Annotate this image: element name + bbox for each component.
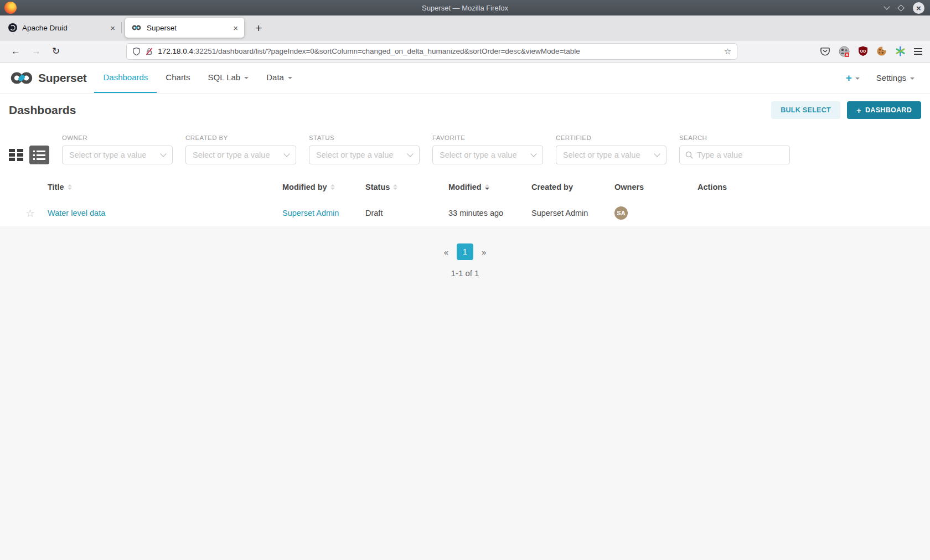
chevron-down-icon [288,77,292,79]
url-bar[interactable]: 172.18.0.4:32251/dashboard/list/?pageInd… [126,43,737,60]
window-controls: × [885,0,924,15]
row-modified-by-cell: Superset Admin [282,209,365,217]
owner-select[interactable]: Select or type a value [62,146,173,164]
column-header-created-by: Created by [531,183,614,191]
nav-item-charts[interactable]: Charts [157,63,199,93]
settings-menu[interactable]: Settings [876,73,914,82]
owner-avatar[interactable]: SA [614,206,628,220]
sort-icon [68,184,72,190]
main-nav: Dashboards Charts SQL Lab Data [94,63,301,93]
pocket-icon[interactable] [820,46,830,56]
brand-name: Superset [38,71,86,85]
column-header-modified[interactable]: Modified [448,183,531,191]
search-input[interactable] [697,151,800,159]
favorite-select[interactable]: Select or type a value [432,146,543,164]
sort-icon [393,184,397,190]
superset-brand[interactable]: Superset [9,63,86,93]
url-path: :32251/dashboard/list/?pageIndex=0&sortC… [193,47,580,55]
plus-icon: + [846,72,852,84]
chevron-down-icon [283,151,290,157]
filter-search: SEARCH [679,134,790,164]
column-header-modified-by[interactable]: Modified by [282,183,365,191]
new-dashboard-button[interactable]: + DASHBOARD [847,101,921,119]
ublock-origin-icon[interactable]: UO [858,46,868,56]
nav-item-dashboards[interactable]: Dashboards [94,63,157,93]
column-label: Created by [531,183,573,191]
menu-hamburger-icon[interactable] [914,48,922,55]
window-title: Superset — Mozilla Firefox [0,4,930,12]
tab-strip: Apache Druid × Superset × + [0,15,930,40]
table-row: ☆ Water level data Superset Admin Draft … [0,200,930,226]
extension-blocked-icon[interactable] [839,46,850,57]
filter-label: SEARCH [679,134,790,141]
filter-owner: OWNER Select or type a value [62,134,173,164]
column-label: Status [365,183,390,191]
column-header-status[interactable]: Status [365,183,448,191]
reload-icon[interactable]: ↻ [52,46,60,56]
column-header-owners: Owners [614,183,698,191]
close-tab-icon[interactable]: × [233,24,238,32]
new-tab-icon[interactable]: + [255,22,262,34]
page-title: Dashboards [9,103,76,117]
select-placeholder: Select or type a value [193,151,281,159]
page-header: Dashboards BULK SELECT + DASHBOARD [0,94,930,127]
maximize-window-icon[interactable] [897,4,905,12]
column-label: Title [48,183,64,191]
status-select[interactable]: Select or type a value [309,146,420,164]
nav-item-sql-lab[interactable]: SQL Lab [199,63,258,93]
chevron-down-icon [910,77,914,80]
chevron-down-icon [407,151,413,157]
back-icon[interactable]: ← [11,46,20,56]
favorite-star-icon[interactable]: ☆ [25,208,35,219]
nav-item-data[interactable]: Data [257,63,301,93]
modified-by-link[interactable]: Superset Admin [282,209,339,217]
colorful-asterisk-extension-icon[interactable] [895,46,906,56]
list-view-icon[interactable] [29,146,49,164]
nav-label: Charts [166,72,190,82]
column-header-title[interactable]: Title [48,183,282,191]
pagination-next-icon[interactable]: » [482,247,486,257]
sort-desc-icon [485,184,489,190]
url-text: 172.18.0.4:32251/dashboard/list/?pageInd… [158,47,580,55]
bookmark-star-icon[interactable]: ☆ [724,46,731,56]
created-by-select[interactable]: Select or type a value [185,146,296,164]
select-placeholder: Select or type a value [440,151,528,159]
chevron-down-icon [855,77,860,80]
close-window-icon[interactable]: × [913,2,924,14]
chevron-down-icon [530,151,536,157]
column-header-actions: Actions [698,183,921,191]
close-tab-icon[interactable]: × [110,24,115,32]
column-label: Modified [448,183,482,191]
row-status-cell: Draft [365,209,448,217]
tab-superset[interactable]: Superset × [125,18,244,38]
insecure-lock-icon[interactable] [145,47,153,56]
dashboard-link[interactable]: Water level data [48,209,105,217]
superset-logo-icon [131,24,142,31]
search-box [679,146,790,164]
content-footer: « 1 » 1-1 of 1 [0,226,930,560]
certified-select[interactable]: Select or type a value [556,146,666,164]
header-actions: BULK SELECT + DASHBOARD [771,101,921,119]
column-label: Owners [614,183,644,191]
cookie-icon[interactable] [876,46,887,56]
tab-apache-druid[interactable]: Apache Druid × [2,18,121,38]
new-item-dropdown[interactable]: + [846,72,860,84]
select-placeholder: Select or type a value [69,151,158,159]
tracking-protection-shield-icon[interactable] [132,47,141,56]
firefox-logo-icon [4,2,17,14]
pagination-page-1[interactable]: 1 [457,243,473,260]
card-view-icon[interactable] [8,147,24,163]
select-placeholder: Select or type a value [563,151,652,159]
filter-label: OWNER [62,134,173,141]
settings-label: Settings [876,73,906,82]
column-label: Modified by [282,183,327,191]
toolbar-extensions: UO [820,46,924,57]
filter-label: CERTIFIED [556,134,666,141]
tab-label: Apache Druid [22,24,105,32]
filter-label: CREATED BY [185,134,296,141]
forward-icon[interactable]: → [32,46,41,56]
row-created-by-cell: Superset Admin [531,209,614,217]
pagination-prev-icon[interactable]: « [444,247,448,257]
minimize-window-icon[interactable] [884,3,890,9]
bulk-select-button[interactable]: BULK SELECT [771,101,840,119]
